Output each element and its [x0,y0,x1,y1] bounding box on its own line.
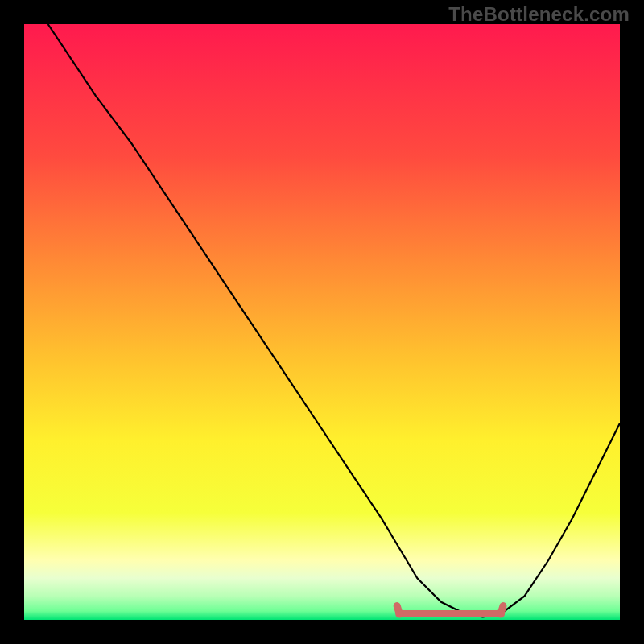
chart-frame: TheBottleneck.com [0,0,644,644]
optimal-range-end-dot [497,610,505,618]
plot-area [24,24,620,620]
optimal-range-start-dot [395,610,403,618]
plot-svg [24,24,620,620]
watermark-text: TheBottleneck.com [448,3,630,26]
gradient-background [24,24,620,620]
